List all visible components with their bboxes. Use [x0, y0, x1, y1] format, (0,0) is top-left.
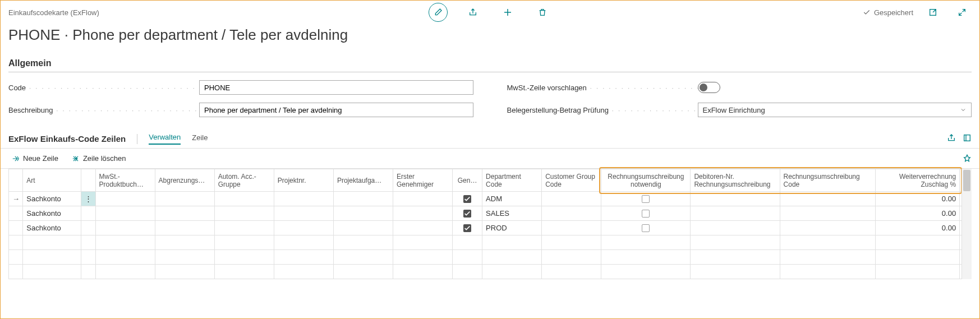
- cell-vatprod[interactable]: [95, 206, 155, 221]
- cell-custgroup[interactable]: [542, 192, 601, 206]
- vat-suggest-label: MwSt.-Zeile vorschlagen: [507, 84, 698, 92]
- table-row[interactable]: SachkontoPROD0.00: [9, 221, 972, 235]
- cell-autoacc[interactable]: [214, 206, 274, 221]
- col-firstapprover[interactable]: Erster Genehmiger: [393, 169, 452, 192]
- cell-approved[interactable]: [453, 192, 482, 206]
- cell-autoacc[interactable]: [214, 221, 274, 235]
- cell-dept[interactable]: ADM: [482, 192, 542, 206]
- cell-reinv-req[interactable]: [601, 221, 691, 235]
- col-deferral[interactable]: Abgrenzungs…: [155, 169, 214, 192]
- col-reinv-code[interactable]: Rechnungsumschreibung Code: [780, 169, 876, 192]
- col-surcharge[interactable]: Weiterverrechnung Zuschlag %: [876, 169, 960, 192]
- cell-dept[interactable]: SALES: [482, 206, 542, 221]
- lines-grid[interactable]: Art MwSt.-Produktbuch… Abgrenzungs… Auto…: [8, 169, 972, 279]
- table-row-empty[interactable]: [9, 235, 972, 250]
- separator: [137, 134, 137, 144]
- cell-vatprod[interactable]: [95, 192, 155, 206]
- col-deptcode[interactable]: Department Code: [482, 169, 542, 192]
- row-menu-button[interactable]: [81, 221, 95, 235]
- code-input[interactable]: [199, 80, 473, 95]
- table-row-empty[interactable]: [9, 250, 972, 265]
- collapse-button[interactable]: [953, 3, 972, 22]
- cell-debitor[interactable]: [691, 221, 780, 235]
- code-label: Code: [8, 84, 199, 92]
- col-reinv-req[interactable]: Rechnungsumschreibung notwendig: [601, 169, 691, 192]
- pin-button[interactable]: [963, 154, 972, 165]
- cell-projectno[interactable]: [274, 192, 333, 206]
- col-projecttask[interactable]: Projektaufga…: [333, 169, 393, 192]
- lines-expand-button[interactable]: [963, 133, 972, 144]
- lines-share-button[interactable]: [947, 133, 956, 144]
- cell-reinv-code[interactable]: [780, 192, 876, 206]
- popout-button[interactable]: [923, 3, 942, 22]
- cell-projecttask[interactable]: [333, 221, 393, 235]
- cell-deferral[interactable]: [155, 192, 214, 206]
- table-row[interactable]: →Sachkonto⋮ADM0.00: [9, 192, 972, 206]
- new-button[interactable]: [498, 3, 517, 22]
- cell-surcharge[interactable]: 0.00: [876, 206, 960, 221]
- col-selector: [9, 169, 23, 192]
- col-debitor[interactable]: Debitoren-Nr. Rechnungsumschreibung: [691, 169, 780, 192]
- row-menu-button[interactable]: ⋮: [81, 192, 95, 206]
- delete-button[interactable]: [533, 3, 552, 22]
- cell-custgroup[interactable]: [542, 206, 601, 221]
- col-autoacc[interactable]: Autom. Acc.-Gruppe: [214, 169, 274, 192]
- cell-vatprod[interactable]: [95, 221, 155, 235]
- edit-button[interactable]: [429, 3, 448, 22]
- description-input[interactable]: [199, 103, 473, 117]
- col-projectno[interactable]: Projektnr.: [274, 169, 333, 192]
- row-menu-button[interactable]: [81, 206, 95, 221]
- col-custgroup[interactable]: Customer Group Code: [542, 169, 601, 192]
- svg-rect-7: [642, 225, 650, 232]
- cell-art[interactable]: Sachkonto: [23, 206, 81, 221]
- cell-firstapprover[interactable]: [393, 192, 452, 206]
- cell-approved[interactable]: [453, 206, 482, 221]
- section-general-title: Allgemein: [8, 50, 972, 72]
- col-vat-prod[interactable]: MwSt.-Produktbuch…: [95, 169, 155, 192]
- table-row[interactable]: SachkontoSALES0.00: [9, 206, 972, 221]
- cell-dept[interactable]: PROD: [482, 221, 542, 235]
- cell-reinv-code[interactable]: [780, 206, 876, 221]
- cell-firstapprover[interactable]: [393, 221, 452, 235]
- vat-suggest-toggle[interactable]: [698, 82, 720, 93]
- cell-autoacc[interactable]: [214, 192, 274, 206]
- cell-art[interactable]: Sachkonto: [23, 221, 81, 235]
- new-line-button[interactable]: Neue Zeile: [12, 154, 58, 163]
- share-button[interactable]: [463, 3, 482, 22]
- cell-approved[interactable]: [453, 221, 482, 235]
- cell-custgroup[interactable]: [542, 221, 601, 235]
- row-indicator: [9, 206, 23, 221]
- cell-surcharge[interactable]: 0.00: [876, 192, 960, 206]
- cell-reinv-req[interactable]: [601, 206, 691, 221]
- row-indicator: [9, 221, 23, 235]
- cell-debitor[interactable]: [691, 206, 780, 221]
- saved-indicator: Gespeichert: [863, 8, 913, 17]
- cell-projectno[interactable]: [274, 206, 333, 221]
- breadcrumb: Einkaufscodekarte (ExFlow): [8, 8, 99, 17]
- vertical-scrollbar[interactable]: [961, 169, 972, 279]
- cell-projecttask[interactable]: [333, 192, 393, 206]
- cell-firstapprover[interactable]: [393, 206, 452, 221]
- chevron-down-icon: [960, 107, 967, 113]
- page-title: PHONE · Phone per department / Tele per …: [1, 24, 979, 50]
- table-row-empty[interactable]: [9, 265, 972, 279]
- delete-line-button[interactable]: Zeile löschen: [72, 154, 126, 163]
- cell-debitor[interactable]: [691, 192, 780, 206]
- col-art[interactable]: Art: [23, 169, 81, 192]
- tab-manage[interactable]: Verwalten: [149, 133, 181, 145]
- cell-projectno[interactable]: [274, 221, 333, 235]
- cell-surcharge[interactable]: 0.00: [876, 221, 960, 235]
- svg-rect-1: [964, 135, 970, 141]
- svg-rect-5: [642, 210, 650, 218]
- description-label: Beschreibung: [8, 106, 199, 114]
- cell-deferral[interactable]: [155, 206, 214, 221]
- doc-amount-dropdown[interactable]: ExFlow Einrichtung: [698, 103, 972, 117]
- cell-reinv-req[interactable]: [601, 192, 691, 206]
- cell-deferral[interactable]: [155, 221, 214, 235]
- cell-art[interactable]: Sachkonto: [23, 192, 81, 206]
- tab-line[interactable]: Zeile: [192, 133, 208, 144]
- col-approved[interactable]: Gen…: [453, 169, 482, 192]
- cell-reinv-code[interactable]: [780, 221, 876, 235]
- lines-title: ExFlow Einkaufs-Code Zeilen: [8, 134, 126, 144]
- cell-projecttask[interactable]: [333, 206, 393, 221]
